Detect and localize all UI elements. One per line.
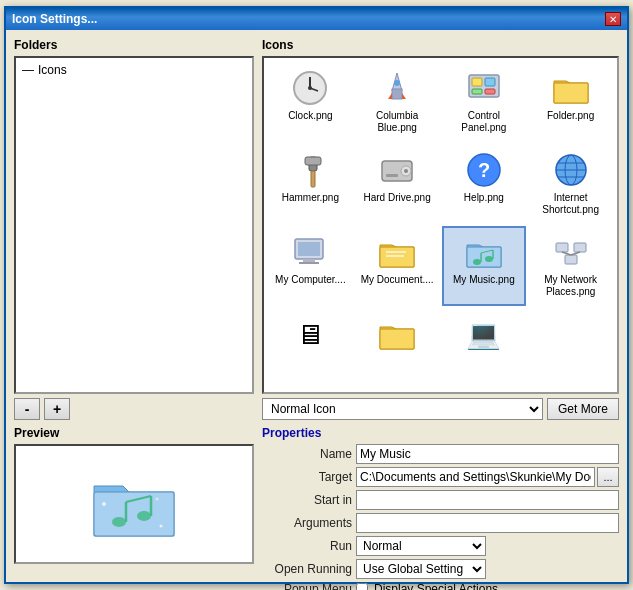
- run-row: Run NormalMinimizedMaximized: [262, 536, 619, 556]
- open-running-row: Open Running Use Global Setting: [262, 559, 619, 579]
- icon-label: Clock.png: [288, 110, 332, 122]
- start-in-row: Start in: [262, 490, 619, 510]
- icon-image: [551, 232, 591, 272]
- icon-label: Hard Drive.png: [363, 192, 430, 204]
- name-row: Name: [262, 444, 619, 464]
- icon-item[interactable]: My Computer....: [268, 226, 353, 306]
- icon-label: Control Panel.png: [446, 110, 523, 134]
- svg-point-55: [137, 511, 151, 521]
- icon-item[interactable]: Control Panel.png: [442, 62, 527, 142]
- svg-marker-6: [388, 93, 392, 99]
- titlebar-title: Icon Settings...: [12, 12, 97, 26]
- dash-icon: —: [22, 63, 34, 77]
- get-more-button[interactable]: Get More: [547, 398, 619, 420]
- icon-item[interactable]: Columbia Blue.png: [355, 62, 440, 142]
- preview-panel: Preview: [14, 426, 254, 590]
- icon-label: My Document....: [361, 274, 434, 286]
- properties-panel: Properties Name Target ... Start in: [262, 426, 619, 590]
- preview-label: Preview: [14, 426, 254, 440]
- icon-image: [377, 150, 417, 190]
- icon-settings-dialog: Icon Settings... ✕ Folders — Icons - +: [4, 6, 629, 584]
- svg-text:?: ?: [478, 159, 490, 181]
- icon-item[interactable]: Folder.png: [528, 62, 613, 142]
- tree-item-icons[interactable]: — Icons: [20, 62, 248, 78]
- target-browse-button[interactable]: ...: [597, 467, 619, 487]
- icon-image: [551, 150, 591, 190]
- svg-rect-45: [556, 243, 568, 252]
- tree-item-label: Icons: [38, 63, 67, 77]
- icon-image: [377, 68, 417, 108]
- popup-menu-checkbox-group: Display Special Actions: [356, 582, 498, 590]
- svg-point-3: [308, 86, 312, 90]
- target-input[interactable]: [356, 467, 595, 487]
- icon-image: [551, 68, 591, 108]
- svg-rect-36: [386, 251, 406, 253]
- svg-point-54: [112, 517, 126, 527]
- icons-grid[interactable]: Clock.pngColumbia Blue.pngControl Panel.…: [264, 58, 617, 392]
- svg-point-61: [156, 498, 159, 501]
- icon-item[interactable]: Hammer.png: [268, 144, 353, 224]
- arguments-input[interactable]: [356, 513, 619, 533]
- svg-rect-53: [94, 492, 174, 536]
- svg-rect-46: [574, 243, 586, 252]
- icon-item[interactable]: Hard Drive.png: [355, 144, 440, 224]
- properties-label: Properties: [262, 426, 619, 440]
- icon-image: ?: [464, 150, 504, 190]
- add-folder-button[interactable]: +: [44, 398, 70, 420]
- folder-buttons: - +: [14, 398, 254, 420]
- icon-item[interactable]: My Document....: [355, 226, 440, 306]
- icon-label: Hammer.png: [282, 192, 339, 204]
- target-label: Target: [262, 470, 352, 484]
- svg-rect-5: [392, 89, 402, 99]
- close-button[interactable]: ✕: [605, 12, 621, 26]
- svg-point-60: [160, 525, 163, 528]
- svg-rect-22: [386, 174, 398, 177]
- svg-point-21: [404, 169, 408, 173]
- target-row: Target ...: [262, 467, 619, 487]
- svg-rect-18: [311, 171, 315, 187]
- svg-rect-39: [467, 247, 501, 267]
- svg-rect-37: [386, 255, 404, 257]
- open-running-select[interactable]: Use Global Setting: [356, 559, 486, 579]
- popup-menu-checkbox[interactable]: [356, 583, 368, 590]
- svg-rect-32: [303, 259, 315, 262]
- top-row: Folders — Icons - + Icons Clock.pngCol: [14, 38, 619, 420]
- svg-point-8: [394, 80, 400, 86]
- start-in-label: Start in: [262, 493, 352, 507]
- icon-item[interactable]: [355, 308, 440, 388]
- folders-panel: Folders — Icons - +: [14, 38, 254, 420]
- icon-image: [290, 232, 330, 272]
- target-input-group: ...: [356, 467, 619, 487]
- icons-grid-container: Clock.pngColumbia Blue.pngControl Panel.…: [262, 56, 619, 394]
- run-label: Run: [262, 539, 352, 553]
- bottom-section: Preview: [14, 426, 619, 590]
- icon-label: My Music.png: [453, 274, 515, 286]
- name-label: Name: [262, 447, 352, 461]
- folders-label: Folders: [14, 38, 254, 52]
- icon-item[interactable]: 💻: [442, 308, 527, 388]
- popup-menu-row: Popup Menu Display Special Actions: [262, 582, 619, 590]
- icon-item[interactable]: ?Help.png: [442, 144, 527, 224]
- folder-tree[interactable]: — Icons: [14, 56, 254, 394]
- icon-label: Columbia Blue.png: [359, 110, 436, 134]
- run-select[interactable]: NormalMinimizedMaximized: [356, 536, 486, 556]
- icon-item[interactable]: My Music.png: [442, 226, 527, 306]
- icon-label: Help.png: [464, 192, 504, 204]
- icon-type-select[interactable]: Normal Icon: [262, 398, 543, 420]
- icons-label: Icons: [262, 38, 619, 52]
- icon-item[interactable]: 🖥: [268, 308, 353, 388]
- icon-image: [290, 68, 330, 108]
- svg-point-41: [485, 256, 493, 262]
- icon-image: [377, 232, 417, 272]
- icon-item[interactable]: Internet Shortcut.png: [528, 144, 613, 224]
- popup-menu-checkbox-label[interactable]: Display Special Actions: [374, 582, 498, 590]
- icon-image: [290, 150, 330, 190]
- dialog-body: Folders — Icons - + Icons Clock.pngCol: [6, 30, 627, 590]
- icon-item[interactable]: My Network Places.png: [528, 226, 613, 306]
- start-in-input[interactable]: [356, 490, 619, 510]
- svg-rect-47: [565, 255, 577, 264]
- name-input[interactable]: [356, 444, 619, 464]
- remove-folder-button[interactable]: -: [14, 398, 40, 420]
- icon-label: My Computer....: [275, 274, 346, 286]
- icon-item[interactable]: Clock.png: [268, 62, 353, 142]
